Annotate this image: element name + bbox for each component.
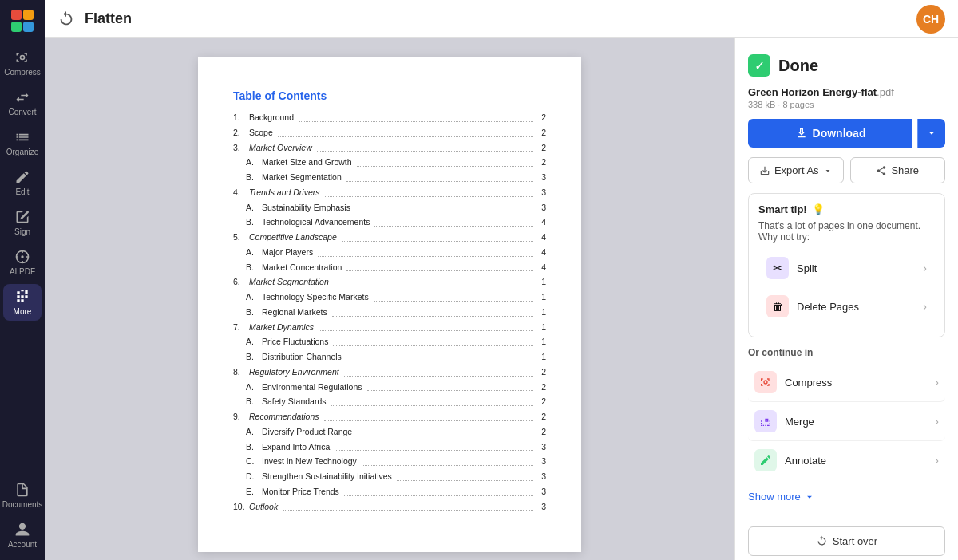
toc-item: B.Distribution Channels1 [233,351,546,364]
app-logo[interactable] [8,6,37,35]
sidebar-label-convert: Convert [8,108,36,116]
convert-icon [14,89,30,105]
continue-section: Or continue in Compress › Merge › [748,347,945,479]
delete-pages-label: Delete Pages [797,301,915,313]
smart-tip-box: Smart tip! 💡 That's a lot of pages in on… [748,193,945,337]
chevron-down-icon [926,128,937,139]
toc-item: 3.Market Overview2 [233,142,546,155]
export-chevron-icon [823,166,833,175]
split-chevron-icon: › [923,262,927,274]
toc-item: A.Technology-Specific Markets1 [233,291,546,304]
export-share-row: Export As Share [748,157,945,183]
sidebar-item-edit[interactable]: Edit [3,164,42,201]
annotate-action-icon [754,449,777,471]
download-icon [795,127,808,140]
documents-icon [14,482,30,498]
compress-icon [14,49,30,65]
sidebar-label-organize: Organize [6,148,39,156]
done-status: Done [778,57,818,75]
compress-action-chevron-icon: › [935,376,939,388]
continue-action-annotate[interactable]: Annotate › [748,441,945,479]
toc-item: A.Environmental Regulations2 [233,381,546,394]
annotate-action-label: Annotate [785,455,927,467]
file-name: Green Horizon Energy-flat.pdf [748,86,945,98]
merge-action-chevron-icon: › [935,415,939,428]
toc-item: 1.Background2 [233,112,546,124]
page-title: Flatten [85,10,132,27]
download-chevron-button[interactable] [917,119,945,148]
pdf-page: Table of Contents 1.Background22.Scope23… [198,57,581,552]
sign-icon [14,209,30,225]
sidebar-item-more[interactable]: More [3,284,42,321]
file-meta: 338 kB · 8 pages [748,100,945,109]
toc-item: A.Diversify Product Range2 [233,426,546,439]
show-more-button[interactable]: Show more [748,489,945,504]
avatar[interactable]: CH [916,5,945,34]
compress-action-icon [754,371,777,393]
toc-item: B.Technological Advancements4 [233,216,546,229]
toc-container: 1.Background22.Scope23.Market Overview2A… [233,112,546,513]
sidebar-item-organize[interactable]: Organize [3,124,42,161]
file-info: Green Horizon Energy-flat.pdf 338 kB · 8… [748,86,945,109]
done-header: ✓ Done [748,54,945,77]
compress-svg-icon [759,376,772,388]
right-panel: ✓ Done Green Horizon Energy-flat.pdf 338… [734,38,958,560]
sidebar-item-ai-pdf[interactable]: AI PDF [3,244,42,281]
sidebar-label-account: Account [8,540,37,549]
start-over-label: Start over [833,535,877,547]
tip-action-split[interactable]: ✂ Split › [758,250,935,286]
sidebar-label-documents: Documents [2,500,43,509]
download-main-button[interactable]: Download [748,119,912,148]
toc-item: B.Regional Markets1 [233,306,546,319]
share-icon [876,165,887,176]
compress-action-label: Compress [785,377,927,388]
toc-item: B.Expand Into Africa3 [233,441,546,454]
continue-title: Or continue in [748,347,945,358]
continue-action-compress[interactable]: Compress › [748,363,945,402]
download-row: Download [748,119,945,148]
toc-item: 6.Market Segmentation1 [233,276,546,289]
annotate-svg-icon [759,454,772,467]
sidebar: Compress Convert Organize Edit Sign AI P… [0,0,45,560]
toc-item: 2.Scope2 [233,127,546,140]
sidebar-label-sign: Sign [14,227,30,236]
delete-pages-chevron-icon: › [923,300,927,313]
sidebar-label-compress: Compress [4,68,41,77]
merge-action-label: Merge [785,416,927,428]
tip-action-delete-pages[interactable]: 🗑 Delete Pages › [758,289,935,324]
toc-item: B.Safety Standards2 [233,396,546,408]
sidebar-item-compress[interactable]: Compress [3,45,42,81]
sidebar-item-convert[interactable]: Convert [3,85,42,121]
delete-pages-icon-wrapper: 🗑 [766,295,789,317]
more-icon [14,289,30,305]
smart-tip-header: Smart tip! 💡 [758,203,935,215]
ai-icon [14,249,30,265]
share-button[interactable]: Share [850,157,946,183]
smart-tip-text: That's a lot of pages in one document. W… [758,220,935,243]
toc-item: 4.Trends and Drivers3 [233,187,546,199]
sidebar-label-ai-pdf: AI PDF [10,267,35,276]
merge-svg-icon [759,415,772,428]
toc-item: A.Sustainability Emphasis3 [233,202,546,215]
toc-item: A.Major Players4 [233,246,546,259]
annotate-action-chevron-icon: › [935,454,939,467]
toc-item: E.Monitor Price Trends3 [233,486,546,499]
start-over-icon [816,535,828,547]
done-check-icon: ✓ [748,54,770,77]
sidebar-item-account[interactable]: Account [3,517,42,554]
toc-title: Table of Contents [233,89,546,102]
export-as-button[interactable]: Export As [748,157,844,183]
sidebar-item-documents[interactable]: Documents [3,477,42,514]
toc-item: 8.Regulatory Environment2 [233,366,546,379]
export-icon [759,165,770,176]
preview-area: Table of Contents 1.Background22.Scope23… [45,38,734,560]
account-icon [14,522,30,538]
main-area: Flatten CH Table of Contents 1.Backgroun… [45,0,958,560]
sidebar-item-sign[interactable]: Sign [3,204,42,241]
continue-action-merge[interactable]: Merge › [748,402,945,441]
toc-item: A.Market Size and Growth2 [233,156,546,169]
start-over-button[interactable]: Start over [748,526,945,556]
organize-icon [14,129,30,145]
back-button[interactable] [57,10,75,28]
toc-item: D.Strengthen Sustainability Initiatives3 [233,471,546,483]
